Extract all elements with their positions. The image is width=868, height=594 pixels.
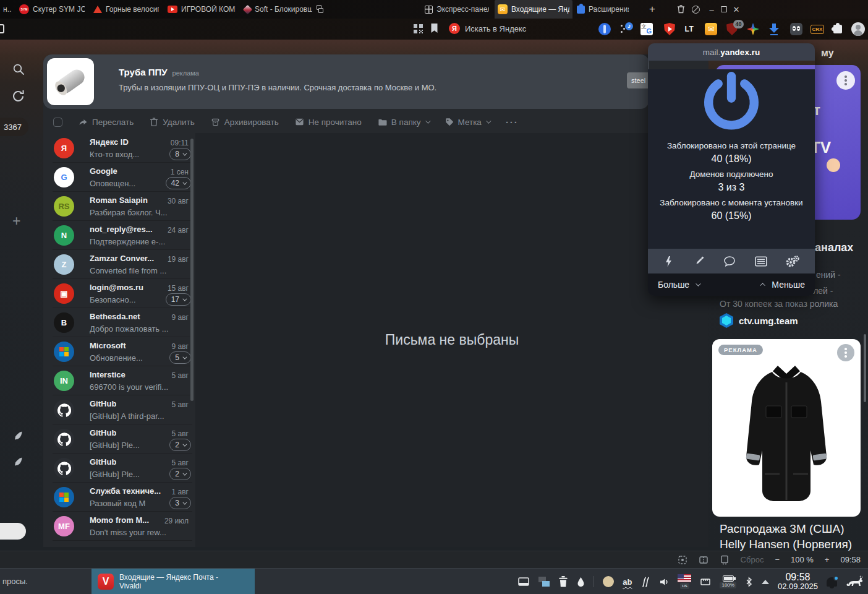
extension-ghostery-icon[interactable] <box>789 22 803 36</box>
email-list-item[interactable]: IN Interstice 5 авг 696700 is your verif… <box>53 366 192 395</box>
extension-languagetool-icon[interactable]: LT <box>683 22 696 36</box>
email-list-item[interactable]: Z Zamzar Conver... 19 авг Converted file… <box>53 250 192 279</box>
pen-icon[interactable] <box>14 431 23 443</box>
tab-speed-dial[interactable]: Экспресс-панель <box>422 0 492 19</box>
active-task-vivaldi[interactable]: V Входящие — Яндекс Почта - Vivaldi <box>91 569 255 594</box>
tab-stack-icon[interactable] <box>317 5 323 13</box>
unread-count-pill[interactable]: 3367 <box>0 118 28 136</box>
thread-count-badge[interactable]: 42 <box>166 177 191 189</box>
tiling-icon[interactable] <box>699 555 708 565</box>
more-actions-button[interactable]: ··· <box>506 117 519 127</box>
volume-icon[interactable] <box>659 577 669 587</box>
extension-crx-icon[interactable]: CRX <box>811 22 824 36</box>
maximize-button[interactable] <box>717 0 731 19</box>
email-list-item[interactable]: MF Momo from M... 29 июл Don't miss your… <box>53 512 192 541</box>
promo-site-link[interactable]: ctv.umg.team <box>720 313 798 328</box>
thread-count-badge[interactable]: 3 <box>169 497 191 509</box>
top-ad-banner[interactable]: Труба ППУ реклама Трубы в изоляции ППУ-О… <box>43 54 649 109</box>
thread-count-badge[interactable]: 2 <box>169 468 191 480</box>
tab-youtube[interactable]: ИГРОВОЙ КОМПИК с... <box>164 0 239 19</box>
network-icon[interactable] <box>700 577 711 587</box>
more-button[interactable]: Больше <box>658 280 699 290</box>
taskbar-clock[interactable]: 09:58 02.09.2025 <box>778 572 818 591</box>
notifications-bell-icon[interactable] <box>827 577 837 587</box>
zoom-in-button[interactable]: + <box>825 555 830 564</box>
qr-code-icon[interactable] <box>413 24 423 37</box>
flame-icon[interactable] <box>640 577 650 587</box>
email-list-item[interactable]: GitHub 5 авг [GitHub] A third-par... <box>53 395 192 424</box>
tab-extensions[interactable]: Расширения <box>574 0 632 19</box>
closed-tabs-trash-button[interactable] <box>674 0 687 19</box>
extension-adguard-icon[interactable] <box>663 22 676 36</box>
thread-count-badge[interactable]: 17 <box>166 293 191 306</box>
tab-yandex-mail-active[interactable]: ✉Входящие — Яндекс Поч <box>495 0 572 19</box>
email-list-item[interactable]: ▣ login@mos.ru 15 авг Безопасно... 17 <box>53 279 192 308</box>
rail-white-pill[interactable] <box>0 523 26 540</box>
email-list-item[interactable]: GitHub 5 авг [GitHub] Ple... 2 <box>53 424 192 454</box>
email-list-scrollbar[interactable] <box>190 139 194 401</box>
virtual-desktop-icon[interactable] <box>517 576 530 587</box>
extension-join-icon[interactable]: J <box>619 22 633 36</box>
pen-icon-2[interactable] <box>14 457 23 469</box>
extensions-menu-icon[interactable] <box>831 22 845 36</box>
delete-button[interactable]: Удалить <box>150 118 195 127</box>
add-button[interactable]: + <box>12 213 20 230</box>
archive-button[interactable]: Архивировать <box>211 118 279 127</box>
profile-avatar-icon[interactable] <box>851 22 865 36</box>
battery-icon[interactable]: 100% <box>720 575 736 588</box>
tab-soft-blockers[interactable]: Soft - Блокировщики ... <box>241 0 315 19</box>
zoom-out-button[interactable]: − <box>775 555 780 564</box>
tab-bikes[interactable]: Горные велосипеды ... <box>90 0 162 19</box>
capture-page-icon[interactable] <box>678 555 687 565</box>
color-swatch-icon[interactable] <box>603 576 614 587</box>
color-picker-droplet-icon[interactable] <box>577 577 585 587</box>
select-all-checkbox[interactable] <box>53 118 62 127</box>
email-list-item[interactable]: RS Roman Saiapin 30 авг Разбирая бэклог.… <box>53 192 192 221</box>
tray-expand-icon[interactable] <box>762 580 769 584</box>
label-button[interactable]: Метка <box>445 118 490 127</box>
extension-star-icon[interactable] <box>746 22 760 36</box>
settings-gears-icon[interactable] <box>786 256 799 267</box>
content-blocker-button[interactable] <box>689 0 702 19</box>
power-toggle-icon[interactable] <box>699 69 764 134</box>
thread-count-badge[interactable]: 2 <box>169 439 191 451</box>
extension-translate-icon[interactable]: 文G <box>640 22 653 36</box>
element-zapper-icon[interactable] <box>663 256 674 267</box>
forward-button[interactable]: Переслать <box>79 118 134 127</box>
thread-count-badge[interactable]: 8 <box>169 148 191 160</box>
extension-savefrom-icon[interactable] <box>767 22 781 36</box>
email-list-item[interactable]: GitHub 5 авг [GitHub] Ple... 2 <box>53 454 192 483</box>
minimize-button[interactable]: – <box>705 0 718 19</box>
mark-unread-button[interactable]: Не прочитано <box>295 118 362 127</box>
search-icon[interactable] <box>12 63 25 79</box>
extension-mail-checker-icon[interactable]: ✉ <box>704 22 718 36</box>
bookmark-flag-icon[interactable] <box>430 23 438 36</box>
page-actions-icon[interactable] <box>720 555 730 565</box>
extension-blue-circle-icon[interactable] <box>598 22 611 36</box>
ad-menu-dots-icon[interactable] <box>837 344 854 361</box>
move-to-folder-button[interactable]: В папку <box>378 118 429 127</box>
email-list-item[interactable]: Microsoft 9 авг Обновление... 5 <box>53 337 192 366</box>
zoom-reset-button[interactable]: Сброс <box>741 555 764 564</box>
jacket-ad[interactable]: РЕКЛАМА <box>712 339 861 517</box>
logger-icon[interactable] <box>755 256 767 267</box>
email-list-item[interactable]: Я Яндекс ID 09:11 Кто-то вход... 8 <box>53 134 192 163</box>
ad-menu-dots-icon[interactable] <box>836 71 855 90</box>
report-bubble-icon[interactable] <box>723 256 736 267</box>
thread-count-badge[interactable]: 5 <box>169 351 191 364</box>
email-list-item[interactable]: G Google 1 сен Оповещен... 42 <box>53 163 192 192</box>
new-tab-button[interactable]: + <box>645 0 659 19</box>
page-scrollbar[interactable] <box>864 334 866 402</box>
tab-sym-joyride[interactable]: SYMСкутер SYM JOYRIDE ... <box>16 0 88 19</box>
trash-icon[interactable] <box>558 576 568 587</box>
cat-icon[interactable] <box>846 575 863 588</box>
keyboard-layout-icon[interactable]: us <box>678 574 691 589</box>
email-list-item[interactable]: B Bethesda.net 9 авг Добро пожаловать ..… <box>53 308 192 337</box>
refresh-icon[interactable] <box>11 89 25 106</box>
email-list-item[interactable]: Служба техниче... 1 авг Разовый код M 3 <box>53 483 192 512</box>
bluetooth-icon[interactable] <box>745 577 753 587</box>
close-button[interactable]: ✕ <box>730 0 743 19</box>
email-list-item[interactable]: N not_reply@res... 24 авг Подтверждение … <box>53 221 192 250</box>
spellcheck-icon[interactable]: ab <box>623 577 632 587</box>
less-button[interactable]: Меньше <box>762 280 805 290</box>
